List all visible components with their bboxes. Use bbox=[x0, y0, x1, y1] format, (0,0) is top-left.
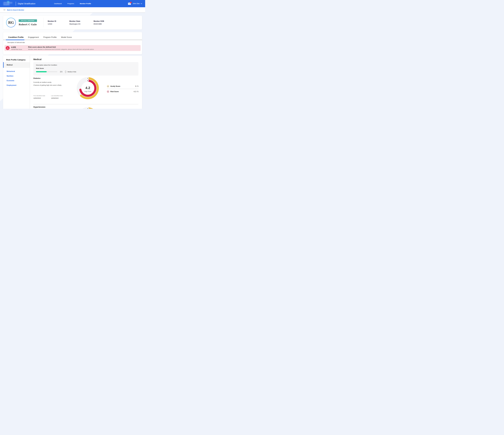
tab-bar: Condition Profile Engagement Program Pro… bbox=[3, 32, 142, 38]
first-identified-date: First Identified Date 10/03/2022 bbox=[33, 95, 45, 99]
alert-title: Risk score above the defined limit bbox=[28, 46, 94, 48]
sidebar-item-medical[interactable]: Medical bbox=[3, 62, 30, 68]
warning-triangle-icon bbox=[7, 47, 9, 49]
last-identified-value: 10/03/2022 bbox=[51, 97, 63, 99]
acuity-badge-icon: A bbox=[107, 85, 109, 87]
medical-content: Medical Description about the Condition … bbox=[30, 56, 142, 109]
diabetes-risk-donut-chart: 4.2High Risk A R bbox=[77, 77, 99, 99]
risk-score-legend-label: Risk Score bbox=[110, 91, 119, 93]
condition-profile-panel: Risk Profile Category Medical Behavioral… bbox=[3, 56, 142, 109]
svg-text:4.2: 4.2 bbox=[85, 86, 90, 90]
tab-active-indicator bbox=[6, 40, 24, 40]
last-identified-label: Last Identified Date bbox=[51, 95, 63, 96]
mail-button[interactable]: 1 bbox=[128, 2, 131, 5]
member-dob-label: Member DOB bbox=[94, 20, 104, 22]
logo-blurred-text: elevance health bbox=[3, 2, 15, 5]
sidebar-item-medical-label: Medical bbox=[7, 64, 13, 66]
medium-risk-diamond-icon bbox=[65, 70, 67, 73]
risk-score-legend-value: 4.2 / 5 bbox=[134, 91, 138, 93]
chevron-down-icon bbox=[141, 3, 142, 4]
diabetes-score-legend: A Acuity Score 3 / 5 R Risk Score 4.2 / … bbox=[107, 85, 138, 93]
tab-underline-track bbox=[3, 40, 142, 40]
last-identified-date: Last Identified Date 10/03/2022 bbox=[51, 95, 63, 99]
svg-text:R: R bbox=[87, 80, 88, 81]
overall-risk-score-value: 4.5/5 bbox=[11, 46, 25, 48]
svg-text:A: A bbox=[87, 108, 88, 109]
acuity-score-value: 3 / 5 bbox=[135, 85, 138, 87]
avatar-initials: RG bbox=[7, 18, 16, 27]
member-name: Robert C Gale bbox=[19, 23, 44, 26]
overall-risk-score-label: Overall Risk Score bbox=[11, 49, 25, 50]
risk-score-value: 2.5 bbox=[60, 71, 63, 73]
back-to-search-link[interactable]: Back to Search Member bbox=[7, 9, 24, 11]
sidebar-item-employment[interactable]: Employment bbox=[3, 84, 30, 87]
member-state-value: Washington DC bbox=[69, 23, 94, 25]
svg-text:A: A bbox=[87, 78, 88, 79]
tab-engagement[interactable]: Engagement bbox=[28, 36, 39, 38]
risk-score-label: Risk Score bbox=[36, 68, 136, 69]
profile-tabs-card: Condition Profile Engagement Program Pro… bbox=[3, 32, 142, 54]
app-title: Digital Stratification bbox=[18, 2, 36, 5]
avatar: RG bbox=[6, 18, 16, 27]
condition-description: Description about the Condition bbox=[36, 64, 136, 66]
hypertension-risk-donut-chart: A R bbox=[77, 107, 99, 109]
user-name: John Deo bbox=[133, 3, 140, 5]
risk-score-row: R Risk Score 4.2 / 5 bbox=[107, 91, 138, 93]
persona-badge: WILFULL ENDURER bbox=[19, 19, 37, 22]
acuity-score-row: A Acuity Score 3 / 5 bbox=[107, 85, 138, 87]
member-dob-field: Member DOB 05/02/1989 bbox=[94, 20, 104, 25]
member-dob-value: 05/02/1989 bbox=[94, 23, 104, 25]
company-logo[interactable]: elevance health bbox=[3, 1, 15, 7]
risk-category-sidebar: Risk Profile Category Medical Behavioral… bbox=[3, 56, 30, 109]
diabetes-line2: Chances of getting high risk score is li… bbox=[33, 84, 73, 87]
acuity-score-label: Acuity Score bbox=[110, 85, 120, 87]
legend-divider bbox=[107, 89, 138, 89]
member-id-value: 12344 bbox=[48, 23, 69, 25]
risk-score-progress-track bbox=[36, 71, 57, 72]
member-id-field: Member ID 12344 bbox=[48, 20, 69, 25]
nav-item-programs[interactable]: Programs bbox=[67, 3, 74, 5]
first-identified-label: First Identified Date bbox=[33, 95, 45, 96]
sidebar-title: Risk Profile Category bbox=[3, 59, 30, 61]
member-state-field: Member State Washington DC bbox=[69, 20, 94, 25]
risk-level-label: Medium Risk bbox=[68, 71, 76, 73]
category-title: Medical bbox=[33, 58, 138, 61]
diabetes-section: Diabetes Currently at medium acuity. Cha… bbox=[33, 77, 138, 103]
member-id-label: Member ID bbox=[48, 20, 69, 22]
warning-circle bbox=[6, 46, 9, 50]
arrow-left-icon bbox=[3, 9, 6, 11]
tab-description: Description of Selected tabs bbox=[7, 42, 142, 43]
diabetes-line1: Currently at medium acuity. bbox=[33, 81, 73, 83]
tab-program-profile[interactable]: Program Profile bbox=[43, 36, 57, 38]
sidebar-item-behavioral[interactable]: Behavioral bbox=[3, 70, 30, 73]
back-navigation-bar: Back to Search Member bbox=[0, 7, 145, 13]
member-summary-card: RG WILFULL ENDURER Robert C Gale Member … bbox=[3, 16, 142, 30]
hypertension-section: Hypertension A R bbox=[33, 106, 138, 109]
user-menu[interactable]: John Deo bbox=[133, 3, 142, 5]
alert-message: Member needs attention on Behavioral and… bbox=[28, 49, 94, 50]
mail-unread-badge: 1 bbox=[130, 2, 132, 3]
condition-description-box: Description about the Condition Risk Sco… bbox=[33, 62, 138, 76]
tab-condition-profile[interactable]: Condition Profile bbox=[8, 36, 24, 38]
member-state-label: Member State bbox=[69, 20, 94, 22]
top-header-bar: elevance health Digital Stratification D… bbox=[0, 0, 145, 7]
condition-divider bbox=[33, 104, 138, 104]
sidebar-item-nutrition[interactable]: Nutrition bbox=[3, 75, 30, 77]
risk-badge-icon: R bbox=[107, 91, 109, 93]
nav-item-dashboard[interactable]: Dashboard bbox=[54, 3, 62, 5]
sidebar-item-economic[interactable]: Economic bbox=[3, 80, 30, 82]
first-identified-value: 10/03/2022 bbox=[33, 97, 45, 99]
tab-model-score[interactable]: Model Score bbox=[61, 36, 72, 38]
risk-score-progress-fill bbox=[36, 71, 47, 72]
svg-text:High Risk: High Risk bbox=[84, 91, 91, 92]
nav-item-member-profile[interactable]: Member Profile bbox=[80, 3, 91, 5]
risk-alert-banner: 4.5/5 Overall Risk Score Risk score abov… bbox=[5, 45, 141, 51]
